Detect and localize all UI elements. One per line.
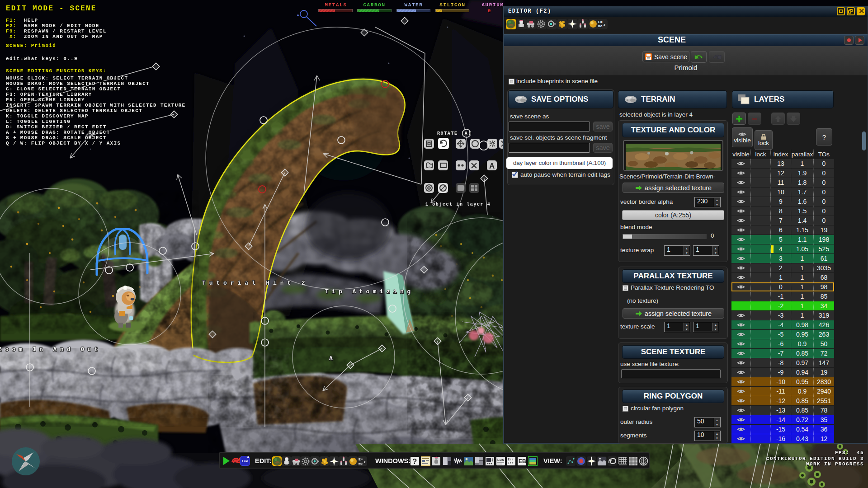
svg-text:Lua: Lua [497, 458, 504, 462]
svg-text:2: 2 [364, 461, 366, 464]
svg-text:Err: Err [508, 461, 514, 465]
svg-text:mc: mc [598, 24, 603, 28]
svg-text:E=: E= [359, 457, 363, 461]
svg-text:Err: Err [508, 458, 514, 461]
svg-text:2: 2 [604, 23, 605, 27]
svg-text:mc: mc [359, 461, 363, 465]
svg-text:A: A [489, 162, 495, 170]
svg-text:E=: E= [598, 20, 603, 24]
svg-text:?: ? [412, 457, 417, 466]
svg-text:EB: EB [519, 458, 526, 465]
